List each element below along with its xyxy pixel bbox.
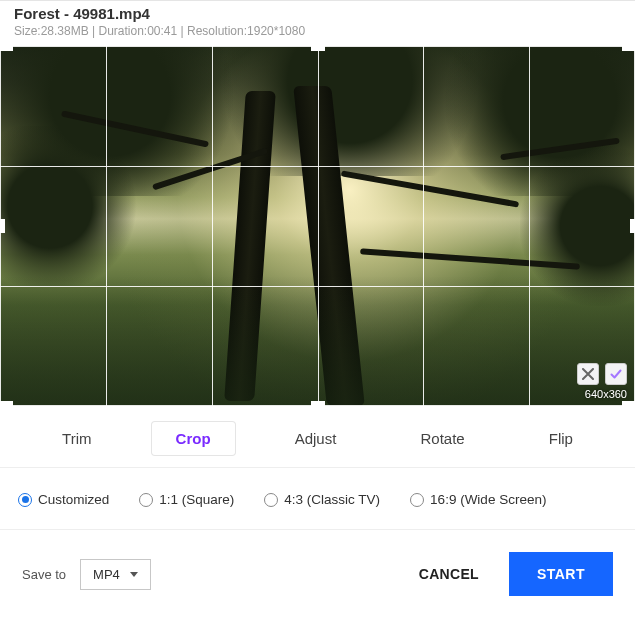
tree-canopy [0,126,140,286]
start-button[interactable]: START [509,552,613,596]
aspect-4-3[interactable]: 4:3 (Classic TV) [264,492,380,507]
crop-confirm-button[interactable] [605,363,627,385]
format-selected-value: MP4 [93,567,120,582]
crop-handle-tl[interactable] [0,46,13,51]
crop-handle-bm[interactable] [311,401,325,406]
chevron-down-icon [130,572,138,577]
crop-handle-tm[interactable] [311,46,325,51]
aspect-label: 4:3 (Classic TV) [284,492,380,507]
file-meta: Size:28.38MB | Duration:00:41 | Resoluti… [14,24,621,38]
radio-icon [18,493,32,507]
check-icon [610,368,622,380]
radio-icon [264,493,278,507]
file-title: Forest - 49981.mp4 [14,5,621,22]
aspect-label: 16:9 (Wide Screen) [430,492,546,507]
aspect-label: 1:1 (Square) [159,492,234,507]
format-select[interactable]: MP4 [80,559,151,590]
aspect-ratio-options: Customized 1:1 (Square) 4:3 (Classic TV)… [0,468,635,530]
crop-size-label: 640x360 [585,388,627,400]
radio-icon [410,493,424,507]
tab-flip[interactable]: Flip [525,422,597,455]
tab-crop[interactable]: Crop [152,422,235,455]
tab-rotate[interactable]: Rotate [396,422,488,455]
file-header: Forest - 49981.mp4 Size:28.38MB | Durati… [0,0,635,44]
crop-handle-bl[interactable] [0,401,13,406]
cancel-button[interactable]: CANCEL [401,554,497,594]
edit-tabs: Trim Crop Adjust Rotate Flip [0,422,635,468]
aspect-16-9[interactable]: 16:9 (Wide Screen) [410,492,546,507]
aspect-1-1[interactable]: 1:1 (Square) [139,492,234,507]
radio-icon [139,493,153,507]
grass-shadow [0,276,635,406]
aspect-label: Customized [38,492,109,507]
aspect-customized[interactable]: Customized [18,492,109,507]
crop-handle-tr[interactable] [622,46,635,51]
crop-handle-rm[interactable] [630,219,635,233]
crop-handle-lm[interactable] [0,219,5,233]
crop-handle-br[interactable] [622,401,635,406]
video-preview[interactable]: 640x360 [0,46,635,406]
save-to-label: Save to [22,567,66,582]
tab-adjust[interactable]: Adjust [271,422,361,455]
crop-overlay-controls: 640x360 [577,363,627,400]
tab-trim[interactable]: Trim [38,422,115,455]
crop-cancel-button[interactable] [577,363,599,385]
close-icon [582,368,594,380]
footer-bar: Save to MP4 CANCEL START [0,530,635,596]
